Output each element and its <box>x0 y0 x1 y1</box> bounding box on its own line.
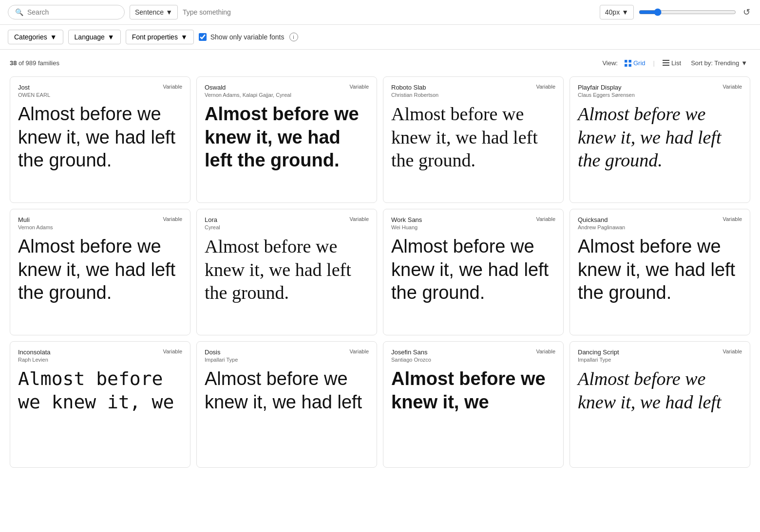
font-card[interactable]: Jost Variable OWEN EARL Almost before we… <box>10 76 190 203</box>
font-preview: Almost before we knew it, we had left <box>205 367 369 414</box>
variable-badge: Variable <box>163 216 182 222</box>
results-bar: 38 of 989 families View: Grid | List <box>0 50 760 73</box>
variable-fonts-info-icon[interactable]: i <box>289 33 298 41</box>
font-author: OWEN EARL <box>18 92 182 98</box>
font-card-header: Jost Variable <box>18 84 182 91</box>
svg-rect-0 <box>625 60 627 63</box>
language-label: Language <box>75 33 105 41</box>
size-label: 40px <box>605 8 620 16</box>
variable-badge: Variable <box>163 349 182 354</box>
font-preview: Almost before we knew it, we had left th… <box>18 103 182 172</box>
font-card[interactable]: Dancing Script Variable Impallari Type A… <box>570 341 750 468</box>
font-preview: Almost before we knew it, we <box>391 367 555 414</box>
font-card-header: Inconsolata Variable <box>18 349 182 356</box>
grid-icon <box>625 60 631 67</box>
variable-fonts-checkbox[interactable] <box>199 33 207 41</box>
sort-button[interactable]: Sort by: Trending ▼ <box>688 57 750 69</box>
font-author: Impallari Type <box>205 357 369 363</box>
view-divider: | <box>653 59 655 67</box>
view-label: View: <box>602 59 618 67</box>
search-input[interactable] <box>27 8 117 16</box>
search-box[interactable]: 🔍 <box>8 5 125 19</box>
font-size-slider-container <box>639 8 736 16</box>
font-size-slider[interactable] <box>639 8 736 16</box>
variable-badge: Variable <box>349 349 369 354</box>
font-card[interactable]: Oswald Variable Vernon Adams, Kalapi Gaj… <box>196 76 377 203</box>
variable-fonts-label: Show only variable fonts <box>210 33 285 41</box>
font-card-header: Roboto Slab Variable <box>391 84 555 91</box>
language-chevron-icon: ▼ <box>108 33 114 41</box>
preview-input[interactable] <box>183 5 595 19</box>
font-name: Oswald <box>205 84 226 91</box>
filters-bar: Categories ▼ Language ▼ Font properties … <box>0 25 760 50</box>
font-author: Impallari Type <box>578 357 742 363</box>
svg-rect-2 <box>625 64 627 67</box>
variable-badge: Variable <box>349 216 369 222</box>
size-select[interactable]: 40px ▼ <box>600 5 634 19</box>
font-name: Muli <box>18 216 30 223</box>
font-preview: Almost before we knew it, we had left th… <box>205 235 369 305</box>
font-properties-chevron-icon: ▼ <box>181 33 188 41</box>
variable-badge: Variable <box>349 84 369 90</box>
variable-badge: Variable <box>722 216 742 222</box>
sentence-label: Sentence <box>135 8 164 16</box>
font-card[interactable]: Lora Variable Cyreal Almost before we kn… <box>196 209 377 335</box>
list-view-button[interactable]: List <box>660 57 684 69</box>
font-card[interactable]: Quicksand Variable Andrew Paglinawan Alm… <box>570 209 750 335</box>
font-properties-filter[interactable]: Font properties ▼ <box>126 30 194 44</box>
top-toolbar: 🔍 Sentence ▼ 40px ▼ ↺ <box>0 0 760 25</box>
svg-rect-4 <box>663 60 669 61</box>
font-card[interactable]: Work Sans Variable Wei Huang Almost befo… <box>383 209 564 335</box>
variable-badge: Variable <box>536 84 555 90</box>
sort-chevron-icon: ▼ <box>741 59 747 67</box>
font-card[interactable]: Roboto Slab Variable Christian Robertson… <box>383 76 564 203</box>
font-card-header: Oswald Variable <box>205 84 369 91</box>
font-card-header: Dosis Variable <box>205 349 369 356</box>
font-author: Santiago Orozco <box>391 357 555 363</box>
search-icon: 🔍 <box>15 8 23 16</box>
font-name: Josefin Sans <box>391 349 427 356</box>
font-card[interactable]: Playfair Display Variable Claus Eggers S… <box>570 76 750 203</box>
variable-badge: Variable <box>536 349 555 354</box>
font-card-header: Josefin Sans Variable <box>391 349 555 356</box>
font-preview: Almost before we knew it, we had left th… <box>205 103 369 172</box>
font-card-header: Lora Variable <box>205 216 369 223</box>
font-name: Dancing Script <box>578 349 619 356</box>
font-preview: Almost before we knew it, we <box>18 367 182 414</box>
font-preview: Almost before we knew it, we had left th… <box>578 103 742 172</box>
font-name: Work Sans <box>391 216 422 223</box>
font-card-header: Playfair Display Variable <box>578 84 742 91</box>
sentence-select[interactable]: Sentence ▼ <box>130 5 178 19</box>
font-card[interactable]: Dosis Variable Impallari Type Almost bef… <box>196 341 377 468</box>
font-preview: Almost before we knew it, we had left th… <box>578 235 742 305</box>
svg-rect-1 <box>628 60 631 63</box>
font-name: Lora <box>205 216 217 223</box>
font-author: Andrew Paglinawan <box>578 224 742 230</box>
font-card[interactable]: Muli Variable Vernon Adams Almost before… <box>10 209 190 335</box>
font-grid: Jost Variable OWEN EARL Almost before we… <box>0 73 760 477</box>
font-preview: Almost before we knew it, we had left th… <box>391 235 555 305</box>
font-card-header: Work Sans Variable <box>391 216 555 223</box>
font-name: Playfair Display <box>578 84 622 91</box>
font-name: Quicksand <box>578 216 608 223</box>
refresh-button[interactable]: ↺ <box>741 5 752 19</box>
language-filter[interactable]: Language ▼ <box>68 30 121 44</box>
svg-rect-3 <box>628 64 631 67</box>
grid-view-button[interactable]: Grid <box>622 57 648 69</box>
sentence-chevron-icon: ▼ <box>166 8 172 16</box>
font-card-header: Muli Variable <box>18 216 182 223</box>
size-chevron-icon: ▼ <box>622 8 628 16</box>
categories-chevron-icon: ▼ <box>50 33 57 41</box>
font-properties-label: Font properties <box>132 33 178 41</box>
svg-rect-6 <box>663 65 669 66</box>
font-card[interactable]: Josefin Sans Variable Santiago Orozco Al… <box>383 341 564 468</box>
font-author: Raph Levien <box>18 357 182 363</box>
font-card[interactable]: Inconsolata Variable Raph Levien Almost … <box>10 341 190 468</box>
categories-filter[interactable]: Categories ▼ <box>8 30 63 44</box>
font-name: Jost <box>18 84 30 91</box>
font-name: Inconsolata <box>18 349 51 356</box>
font-author: Claus Eggers Sørensen <box>578 92 742 98</box>
font-card-header: Quicksand Variable <box>578 216 742 223</box>
font-author: Vernon Adams <box>18 224 182 230</box>
variable-fonts-toggle[interactable]: Show only variable fonts <box>199 33 285 41</box>
